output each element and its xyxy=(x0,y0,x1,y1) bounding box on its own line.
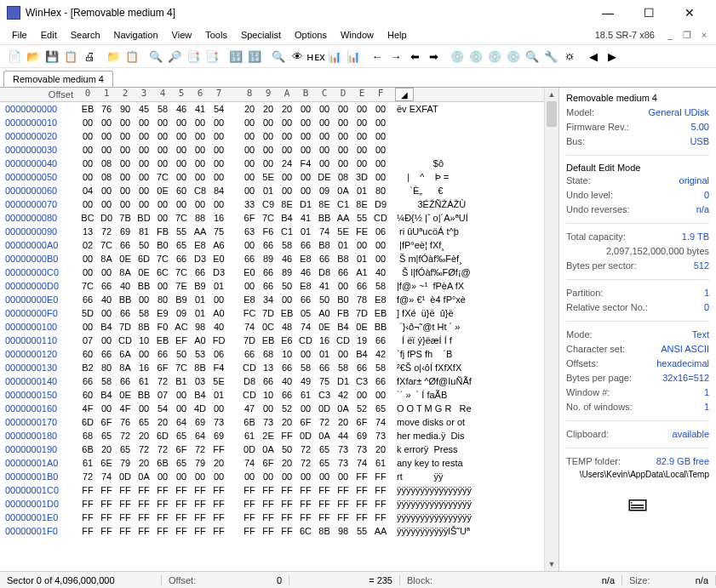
byte-cell[interactable]: 7B xyxy=(116,211,135,225)
toolbar-button-26[interactable]: ➡ xyxy=(424,47,443,66)
byte-cell[interactable]: 0A xyxy=(135,470,153,483)
byte-cell[interactable]: 34 xyxy=(259,293,278,306)
ascii-cell[interactable]: her media.ÿ Dis xyxy=(390,429,544,442)
byte-cell[interactable]: 3D xyxy=(352,170,371,184)
byte-cell[interactable]: 16 xyxy=(315,334,334,347)
byte-cell[interactable]: 00 xyxy=(116,116,135,129)
byte-cell[interactable]: 00 xyxy=(135,116,153,129)
byte-cell[interactable]: 55 xyxy=(352,211,371,225)
byte-cell[interactable]: D1 xyxy=(334,374,352,388)
byte-cell[interactable]: FF xyxy=(278,429,296,442)
hex-row[interactable]: 0000000020000000000000000000000000000000… xyxy=(0,129,544,143)
byte-cell[interactable]: B9 xyxy=(172,293,191,306)
byte-cell[interactable]: FF xyxy=(135,483,153,497)
byte-cell[interactable]: FF xyxy=(296,497,315,511)
byte-cell[interactable]: 0E xyxy=(135,265,153,279)
byte-cell[interactable]: 0A xyxy=(315,429,334,442)
byte-cell[interactable]: 00 xyxy=(240,470,259,483)
byte-cell[interactable]: AA xyxy=(371,524,390,538)
byte-cell[interactable]: 75 xyxy=(315,374,334,388)
byte-cell[interactable]: 00 xyxy=(352,238,371,252)
offsets-value[interactable]: hexadecimal xyxy=(656,357,709,370)
byte-cell[interactable]: 72 xyxy=(153,442,172,456)
byte-cell[interactable]: 58 xyxy=(135,306,153,320)
maximize-button[interactable]: ☐ xyxy=(629,1,668,25)
offset-cell[interactable]: 00000001C0 xyxy=(0,483,78,497)
byte-cell[interactable]: 64 xyxy=(191,429,209,442)
byte-cell[interactable]: 0A xyxy=(334,184,352,197)
byte-cell[interactable]: A0 xyxy=(209,306,228,320)
toolbar-button-29[interactable]: 💿 xyxy=(467,47,485,66)
byte-cell[interactable]: CD xyxy=(240,388,259,402)
byte-cell[interactable]: 00 xyxy=(78,197,97,211)
byte-cell[interactable]: 01 xyxy=(209,279,228,293)
byte-cell[interactable]: FF xyxy=(172,511,191,524)
byte-cell[interactable]: FF xyxy=(371,483,390,497)
byte-cell[interactable]: 00 xyxy=(97,402,116,415)
byte-cell[interactable]: 00 xyxy=(352,388,371,402)
toolbar-button-12[interactable]: 📑 xyxy=(203,47,221,66)
ascii-cell[interactable]: `È„ € xyxy=(390,184,544,197)
byte-cell[interactable]: 74 xyxy=(240,456,259,470)
byte-cell[interactable]: 00 xyxy=(116,143,135,157)
byte-cell[interactable]: A6 xyxy=(209,238,228,252)
byte-cell[interactable]: 7C xyxy=(153,252,172,265)
byte-cell[interactable]: 00 xyxy=(172,402,191,415)
hex-row[interactable]: 0000000070000000000000000033C98ED18EC18E… xyxy=(0,197,544,211)
byte-cell[interactable]: 5D xyxy=(78,306,97,320)
byte-cell[interactable]: AA xyxy=(191,225,209,238)
byte-cell[interactable]: 00 xyxy=(296,347,315,361)
byte-cell[interactable]: 00 xyxy=(97,334,116,347)
byte-cell[interactable]: 7C xyxy=(153,170,172,184)
byte-cell[interactable]: 00 xyxy=(296,102,315,116)
byte-cell[interactable]: 00 xyxy=(135,197,153,211)
byte-cell[interactable]: 69 xyxy=(209,429,228,442)
byte-cell[interactable]: 7C xyxy=(172,211,191,225)
byte-cell[interactable]: 66 xyxy=(116,374,135,388)
byte-cell[interactable]: 00 xyxy=(296,184,315,197)
byte-cell[interactable]: 00 xyxy=(97,184,116,197)
offset-cell[interactable]: 0000000120 xyxy=(0,347,78,361)
byte-cell[interactable]: FB xyxy=(334,306,352,320)
byte-cell[interactable]: 00 xyxy=(334,129,352,143)
byte-cell[interactable]: 72 xyxy=(296,442,315,456)
offset-header[interactable]: Offset xyxy=(0,88,78,101)
byte-cell[interactable]: 42 xyxy=(334,388,352,402)
byte-cell[interactable]: 00 xyxy=(209,197,228,211)
byte-cell[interactable]: 6F xyxy=(296,415,315,429)
ascii-cell[interactable]: any key to resta xyxy=(390,456,544,470)
toolbar-button-31[interactable]: 💿 xyxy=(504,47,523,66)
byte-cell[interactable]: 00 xyxy=(352,157,371,170)
byte-cell[interactable]: 20 xyxy=(135,456,153,470)
byte-cell[interactable]: FF xyxy=(191,497,209,511)
byte-cell[interactable]: 20 xyxy=(278,415,296,429)
byte-cell[interactable]: 65 xyxy=(172,429,191,442)
byte-cell[interactable]: 76 xyxy=(116,415,135,429)
byte-cell[interactable]: FF xyxy=(191,511,209,524)
toolbar-button-1[interactable]: 📂 xyxy=(24,47,43,66)
byte-cell[interactable]: F0 xyxy=(153,320,172,334)
byte-cell[interactable]: 01 xyxy=(191,306,209,320)
hex-row[interactable]: 0000000030000000000000000000000000000000… xyxy=(0,143,544,157)
byte-cell[interactable]: 00 xyxy=(371,388,390,402)
offset-cell[interactable]: 0000000000 xyxy=(0,102,78,116)
byte-cell[interactable]: 72 xyxy=(97,225,116,238)
byte-cell[interactable]: 61 xyxy=(371,456,390,470)
toolbar-button-6[interactable]: 📁 xyxy=(104,47,123,66)
byte-cell[interactable]: 00 xyxy=(78,116,97,129)
byte-cell[interactable]: FF xyxy=(116,497,135,511)
byte-cell[interactable]: 00 xyxy=(116,184,135,197)
byte-cell[interactable]: 7C xyxy=(78,279,97,293)
byte-cell[interactable]: FF xyxy=(278,483,296,497)
byte-cell[interactable]: 65 xyxy=(135,415,153,429)
byte-cell[interactable]: 20 xyxy=(153,415,172,429)
byte-cell[interactable]: 09 xyxy=(172,306,191,320)
scroll-thumb[interactable] xyxy=(547,101,557,127)
byte-cell[interactable]: FF xyxy=(116,524,135,538)
byte-cell[interactable]: 60 xyxy=(78,388,97,402)
byte-cell[interactable]: 5E xyxy=(209,374,228,388)
toolbar-button-10[interactable]: 🔎 xyxy=(165,47,184,66)
tab-removable-medium[interactable]: Removable medium 4 xyxy=(3,71,113,87)
byte-cell[interactable]: 0D xyxy=(315,402,334,415)
byte-cell[interactable]: FF xyxy=(296,511,315,524)
